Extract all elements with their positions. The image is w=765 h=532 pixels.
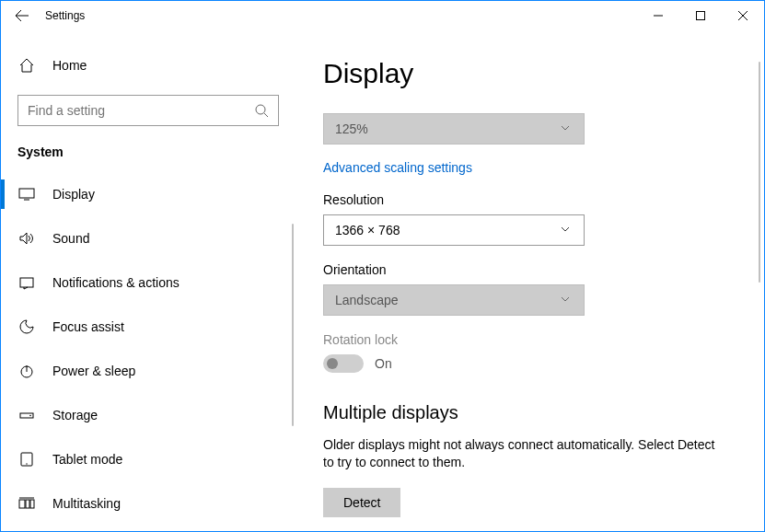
sidebar-scrollbar[interactable] — [292, 224, 294, 426]
scale-dropdown: 125% — [323, 113, 585, 145]
scale-heading-truncated: Change the size of text, apps, and other… — [323, 106, 736, 111]
home-label: Home — [52, 58, 87, 73]
window-title: Settings — [43, 9, 85, 22]
rotation-lock-toggle — [323, 354, 364, 373]
focus-assist-icon — [17, 318, 36, 336]
search-icon — [254, 103, 269, 118]
minimize-button[interactable] — [637, 1, 679, 30]
home-icon — [17, 56, 36, 75]
multiple-displays-heading: Multiple displays — [323, 402, 736, 423]
svg-point-6 — [29, 415, 31, 417]
svg-rect-3 — [20, 278, 33, 287]
back-button[interactable] — [1, 1, 43, 30]
maximize-icon — [696, 11, 705, 20]
resolution-value: 1366 × 768 — [335, 223, 560, 237]
rotation-lock-label: Rotation lock — [323, 332, 736, 347]
svg-rect-10 — [26, 500, 29, 508]
sidebar-item-storage[interactable]: Storage — [1, 393, 296, 437]
multitasking-icon — [17, 494, 36, 513]
scale-value: 125% — [335, 121, 560, 136]
power-icon — [17, 362, 36, 380]
page-title: Display — [323, 58, 736, 89]
sidebar-item-power-sleep[interactable]: Power & sleep — [1, 349, 296, 393]
multiple-displays-description: Older displays might not always connect … — [323, 436, 719, 471]
advanced-scaling-link[interactable]: Advanced scaling settings — [323, 160, 472, 175]
close-icon — [738, 11, 748, 20]
sidebar-item-label: Notifications & actions — [52, 275, 180, 290]
sidebar-section-label: System — [1, 139, 296, 172]
close-button[interactable] — [722, 1, 764, 30]
sidebar-item-label: Multitasking — [52, 496, 121, 511]
sidebar-item-notifications[interactable]: Notifications & actions — [1, 260, 296, 305]
window-controls — [637, 1, 764, 30]
sidebar-item-display[interactable]: Display — [1, 172, 296, 216]
content-scrollbar[interactable] — [759, 62, 760, 283]
resolution-label: Resolution — [323, 192, 736, 207]
orientation-dropdown: Landscape — [323, 284, 585, 316]
svg-rect-11 — [30, 500, 34, 508]
orientation-label: Orientation — [323, 262, 736, 277]
sidebar-nav: Display Sound Notifications & actions — [1, 172, 296, 526]
titlebar: Settings — [1, 1, 764, 30]
sidebar-item-home[interactable]: Home — [1, 47, 296, 84]
content-pane: Display Change the size of text, apps, a… — [296, 30, 764, 531]
sidebar-item-multitasking[interactable]: Multitasking — [1, 481, 296, 526]
orientation-value: Landscape — [335, 293, 560, 307]
sidebar-item-label: Display — [52, 187, 95, 202]
sidebar-item-label: Tablet mode — [52, 452, 122, 467]
settings-window: Settings — [0, 0, 765, 532]
sidebar-item-label: Storage — [52, 408, 98, 422]
display-icon — [17, 185, 36, 203]
notifications-icon — [17, 273, 36, 292]
resolution-dropdown[interactable]: 1366 × 768 — [323, 214, 585, 246]
svg-rect-9 — [19, 500, 25, 508]
svg-point-8 — [26, 463, 27, 464]
chevron-down-icon — [560, 224, 573, 237]
sidebar-item-sound[interactable]: Sound — [1, 216, 296, 260]
chevron-down-icon — [560, 294, 573, 306]
minimize-icon — [654, 11, 663, 20]
sidebar-item-tablet-mode[interactable]: Tablet mode — [1, 437, 296, 481]
detect-button[interactable]: Detect — [323, 488, 400, 517]
sidebar-item-focus-assist[interactable]: Focus assist — [1, 305, 296, 349]
rotation-lock-state: On — [375, 356, 392, 371]
sidebar-item-label: Sound — [52, 231, 89, 246]
toggle-knob — [327, 358, 338, 369]
sidebar-item-label: Power & sleep — [52, 364, 135, 378]
back-arrow-icon — [15, 8, 29, 23]
storage-icon — [17, 406, 36, 424]
maximize-button[interactable] — [679, 1, 722, 30]
svg-point-1 — [256, 105, 265, 114]
svg-rect-2 — [19, 189, 34, 198]
tablet-icon — [17, 450, 36, 468]
sound-icon — [17, 229, 36, 248]
search-field[interactable] — [28, 103, 254, 118]
sidebar: Home System D — [1, 30, 296, 531]
svg-rect-0 — [697, 12, 705, 20]
search-input[interactable] — [17, 95, 279, 126]
svg-rect-5 — [20, 413, 33, 418]
sidebar-item-label: Focus assist — [52, 319, 124, 334]
chevron-down-icon — [560, 122, 573, 135]
